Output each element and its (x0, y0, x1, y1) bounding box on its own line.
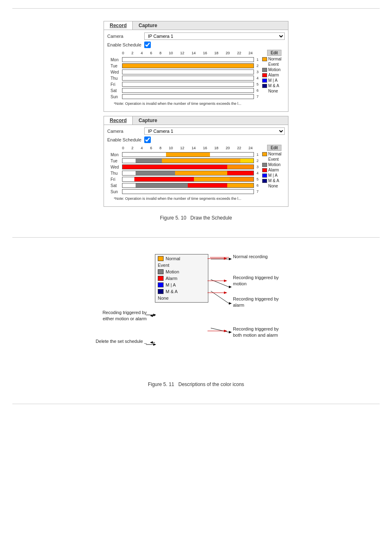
swatch-diag-motion (158, 269, 164, 274)
seg-sat2-2 (188, 183, 227, 187)
seg-sat2-3 (227, 183, 254, 187)
grid-header-1: 0 2 4 6 8 10 12 14 16 18 20 22 2 (111, 50, 281, 56)
legend-none-2: None (262, 184, 281, 188)
day-label-wed-2: Wed (111, 165, 122, 169)
page-wrapper: Record Capture Camera IP Camera 1 Enable… (0, 0, 392, 412)
legend-label-event-2: Event (262, 157, 279, 162)
day-thu-2: Thu 4 (111, 170, 261, 176)
day-bar-fri-2 (122, 177, 254, 182)
camera-row-2: Camera IP Camera 1 (107, 127, 285, 135)
day-num-thu-1: 4 (255, 76, 261, 80)
enable-checkbox-1[interactable] (144, 42, 151, 48)
seg-sat2-1 (136, 183, 188, 187)
tab-record-2[interactable]: Record (104, 116, 133, 125)
icon-row-alarm: Alarm (158, 276, 205, 281)
swatch-motion-2 (262, 163, 267, 167)
ann-recording-both: Recording triggered byboth motion and al… (233, 326, 279, 339)
legend-label-normal-2: Normal (268, 152, 281, 156)
tl-12: 12 (180, 51, 184, 55)
seg-fri2-2 (194, 177, 230, 181)
camera-select-1[interactable]: IP Camera 1 (144, 32, 285, 40)
label-diag-motion: Motion (166, 269, 179, 274)
tl2-22: 22 (237, 146, 241, 150)
legend-none-1: None (262, 89, 281, 93)
grid-container-1: 0 2 4 6 8 10 12 14 16 18 20 22 2 (107, 50, 285, 109)
grid-header-2: 0 2 4 6 8 10 12 14 16 18 20 22 2 (111, 145, 281, 151)
day-sun-2: Sun 7 (111, 189, 261, 194)
swatch-diag-mia (158, 282, 164, 287)
swatch-normal-2 (262, 152, 267, 156)
tl-22: 22 (237, 51, 241, 55)
edit-button-1[interactable]: Edit (267, 50, 281, 56)
ann-recording-motion: Recording triggered bymotion (233, 275, 279, 287)
tl2-20: 20 (226, 146, 230, 150)
legend-label-manda-2: M & A (268, 178, 279, 183)
legend-label-none-2: None (262, 184, 278, 188)
seg-mon-gap (122, 153, 166, 157)
tl-14: 14 (191, 51, 196, 55)
day-bar-thu-2 (122, 171, 254, 176)
day-num-wed-2: 3 (255, 165, 261, 169)
days-and-legend-2: Mon 1 Tue (111, 152, 281, 195)
legend-label-mia-2: M | A (268, 173, 278, 178)
tl2-8: 8 (159, 146, 161, 150)
day-tue-2: Tue 2 (111, 158, 261, 164)
tab-capture-1[interactable]: Capture (133, 21, 163, 30)
tab-capture-2[interactable]: Capture (133, 116, 163, 125)
seg-tue2-3 (214, 159, 240, 163)
legend-alarm-2: Alarm (262, 168, 281, 172)
legend-event-2: Event (262, 157, 281, 162)
day-label-sat-2: Sat (111, 183, 122, 188)
days-and-legend-1: Mon 1 Tue 2 (111, 57, 281, 100)
svg-marker-20 (224, 280, 227, 282)
seg-tue2-4 (240, 159, 254, 163)
icon-row-mia: M | A (158, 282, 205, 287)
swatch-normal-1 (262, 57, 267, 61)
ann-delete-schedule: Delete the set schedule _ (81, 338, 147, 345)
seg-mon-gap2 (210, 153, 254, 157)
legend-mia-1: M | A (262, 78, 281, 83)
label-diag-event: Event (158, 263, 169, 268)
tl-6: 6 (150, 51, 152, 55)
svg-marker-5 (229, 302, 232, 305)
legend-label-motion-1: Motion (268, 67, 281, 72)
tl-16: 16 (203, 51, 207, 55)
seg-sat2-gap (122, 183, 136, 187)
tl-18: 18 (214, 51, 219, 55)
tab-record-1[interactable]: Record (104, 21, 133, 30)
enable-checkbox-2[interactable] (144, 136, 151, 143)
svg-marker-9 (229, 331, 232, 333)
figure-11-caption: Figure 5. 11 Descriptions of the color i… (148, 382, 244, 387)
day-num-sun-2: 7 (255, 190, 261, 194)
svg-marker-1 (229, 258, 232, 260)
tl-4: 4 (141, 51, 143, 55)
note-2: *Note: Operation is invalid when the num… (111, 197, 281, 201)
svg-marker-14 (153, 314, 156, 316)
seg-tue2-1 (136, 159, 162, 163)
day-bar-wed-2 (122, 164, 254, 169)
day-label-wed-1: Wed (111, 70, 122, 74)
bot-divider (12, 404, 380, 404)
swatch-manda-1 (262, 84, 267, 88)
camera-select-2[interactable]: IP Camera 1 (144, 127, 285, 135)
icon-row-normal: Normal (158, 256, 205, 261)
swatch-diag-manda (158, 289, 164, 294)
legend-manda-2: M & A (262, 178, 281, 183)
edit-button-2[interactable]: Edit (267, 145, 281, 151)
arrow-both (208, 328, 228, 334)
arrow-motion (208, 278, 228, 284)
icon-row-none: None (158, 296, 205, 301)
svg-marker-3 (229, 286, 232, 288)
day-num-mon-2: 1 (255, 153, 261, 157)
enable-row-2: Enable Schedule (107, 136, 285, 143)
diagram-container: Normal Event Motion Alarm M | A (81, 250, 311, 377)
legend-label-alarm-1: Alarm (268, 73, 279, 77)
legend-normal-1: Normal (262, 57, 281, 61)
tl-20: 20 (226, 51, 230, 55)
legend-motion-2: Motion (262, 162, 281, 167)
note-1: *Note: Operation is invalid when the num… (111, 102, 281, 106)
tl2-0: 0 (122, 146, 124, 150)
day-fri-2: Fri 5 (111, 176, 261, 182)
swatch-mia-1 (262, 79, 267, 83)
day-num-sat-1: 6 (255, 88, 261, 92)
